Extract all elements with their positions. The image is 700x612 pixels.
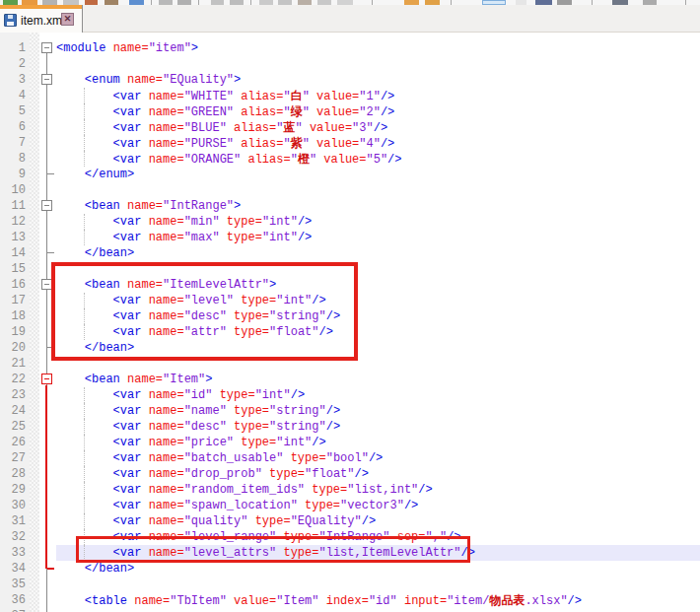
code-line: 37: [0, 608, 700, 612]
line-number: 13: [0, 231, 26, 244]
line-number: 6: [0, 120, 26, 134]
code-line: 3 <enum name="EQuality">: [0, 72, 700, 88]
line-number: 15: [0, 262, 26, 276]
saved-floppy-icon: [4, 14, 17, 27]
code-line: 26 <var name="price" type="int"/>: [0, 435, 700, 450]
line-number: 34: [0, 562, 26, 576]
code-text[interactable]: <table name="TbItem" value="Item" index=…: [56, 594, 582, 608]
code-text[interactable]: <var name="price" type="int"/>: [56, 437, 326, 449]
fold-collapse-icon[interactable]: [41, 374, 52, 384]
code-line: 5 <var name="GREEN" alias="绿" value="2"/…: [0, 103, 700, 119]
line-number: 12: [0, 215, 26, 229]
line-number: 31: [0, 514, 26, 528]
code-line: 2: [0, 56, 700, 72]
line-number: 2: [0, 57, 26, 71]
tab-item-xml[interactable]: item.xml ✕: [0, 5, 83, 33]
code-text[interactable]: <var name="GREEN" alias="绿" value="2"/>: [56, 105, 394, 119]
code-text[interactable]: <var name="max" type="int"/>: [56, 232, 312, 244]
code-line: 31 <var name="quality" type="EQuality"/>: [0, 513, 700, 529]
fold-collapse-icon[interactable]: [41, 42, 52, 53]
line-number: 1: [0, 41, 26, 55]
code-text[interactable]: <var name="WHITE" alias="白" value="1"/>: [56, 90, 394, 103]
fold-end-mark: [47, 173, 54, 174]
line-number: 7: [0, 136, 26, 150]
line-number: 28: [0, 467, 26, 481]
code-line: 24 <var name="name" type="string"/>: [0, 403, 700, 419]
line-number: 3: [0, 73, 26, 87]
code-line: 10: [0, 182, 700, 198]
fold-collapse-icon[interactable]: [41, 200, 52, 211]
line-number: 23: [0, 388, 26, 402]
code-text[interactable]: <bean name="Item">: [56, 374, 212, 386]
line-number: 26: [0, 436, 26, 449]
code-line: 7 <var name="PURSE" alias="紫" value="4"/…: [0, 135, 700, 151]
fold-collapse-icon[interactable]: [41, 74, 52, 85]
line-number: 36: [0, 593, 26, 607]
annotation-rectangle: [76, 536, 470, 563]
code-line: 23 <var name="id" type="int"/>: [0, 387, 700, 403]
code-line: 14 </bean>: [0, 245, 700, 261]
code-text[interactable]: <module name="item">: [56, 42, 198, 55]
code-line: 25 <var name="desc" type="string"/>: [0, 419, 700, 435]
code-text[interactable]: <var name="min" type="int"/>: [56, 216, 312, 229]
code-text[interactable]: <var name="id" type="int"/>: [56, 389, 305, 402]
code-line: 29 <var name="random_item_ids" type="lis…: [0, 482, 700, 498]
code-line: 30 <var name="spawn_location" type="vect…: [0, 498, 700, 513]
code-line: 1<module name="item">: [0, 40, 700, 56]
code-text[interactable]: <var name="BLUE" alias="蓝" value="3"/>: [56, 121, 387, 135]
line-number: 8: [0, 152, 26, 166]
line-number: 19: [0, 325, 26, 339]
line-number: 4: [0, 89, 26, 102]
line-number: 29: [0, 483, 26, 497]
line-number: 18: [0, 309, 26, 323]
code-text[interactable]: <bean name="IntRange">: [56, 200, 241, 213]
line-number: 20: [0, 341, 26, 355]
code-text[interactable]: <var name="spawn_location" type="vector3…: [56, 500, 418, 512]
line-number: 17: [0, 294, 26, 307]
line-number: 30: [0, 499, 26, 512]
code-line: 11 <bean name="IntRange">: [0, 198, 700, 214]
line-number: 27: [0, 451, 26, 465]
annotation-rectangle: [51, 262, 358, 361]
code-line: 4 <var name="WHITE" alias="白" value="1"/…: [0, 88, 700, 103]
line-number: 35: [0, 578, 26, 591]
tab-close-icon[interactable]: ✕: [61, 13, 74, 26]
line-number: 22: [0, 373, 26, 386]
fold-end-mark: [47, 568, 54, 570]
code-line: 12 <var name="min" type="int"/>: [0, 214, 700, 230]
line-number: 10: [0, 183, 26, 197]
line-number: 5: [0, 104, 26, 118]
fold-end-mark: [47, 252, 54, 253]
code-text[interactable]: </bean>: [56, 563, 134, 576]
code-text[interactable]: <var name="quality" type="EQuality"/>: [56, 515, 376, 528]
code-text[interactable]: <var name="batch_usable" type="bool"/>: [56, 452, 383, 465]
line-number: 25: [0, 420, 26, 434]
line-number: 21: [0, 357, 26, 371]
tab-bar: item.xml ✕: [0, 5, 700, 33]
code-text[interactable]: <var name="drop_prob" type="float"/>: [56, 468, 369, 481]
code-line: 28 <var name="drop_prob" type="float"/>: [0, 466, 700, 482]
code-line: 34 </bean>: [0, 561, 700, 577]
code-text[interactable]: <enum name="EQuality">: [56, 74, 241, 87]
code-line: 36 <table name="TbItem" value="Item" ind…: [0, 592, 700, 608]
code-text[interactable]: </bean>: [56, 247, 134, 260]
code-line: 35: [0, 577, 700, 592]
tab-label: item.xml: [21, 14, 65, 28]
code-text[interactable]: <var name="name" type="string"/>: [56, 405, 340, 418]
code-line: 27 <var name="batch_usable" type="bool"/…: [0, 450, 700, 466]
active-tab-accent: [0, 5, 82, 9]
line-number: 9: [0, 168, 26, 181]
code-line: 22 <bean name="Item">: [0, 372, 700, 387]
code-text[interactable]: <var name="ORANGE" alias="橙" value="5"/>: [56, 153, 402, 167]
line-number: 33: [0, 546, 26, 560]
line-number: 32: [0, 530, 26, 544]
line-number: 24: [0, 404, 26, 418]
code-text[interactable]: <var name="PURSE" alias="紫" value="4"/>: [56, 137, 394, 151]
line-number: 14: [0, 246, 26, 260]
code-text[interactable]: </enum>: [56, 169, 134, 181]
code-text[interactable]: <var name="random_item_ids" type="list,i…: [56, 484, 433, 497]
line-number: 16: [0, 278, 26, 292]
screen: item.xml ✕ 1<module name="item">23 <enum…: [0, 0, 700, 612]
code-line: 13 <var name="max" type="int"/>: [0, 230, 700, 245]
code-text[interactable]: <var name="desc" type="string"/>: [56, 421, 340, 434]
